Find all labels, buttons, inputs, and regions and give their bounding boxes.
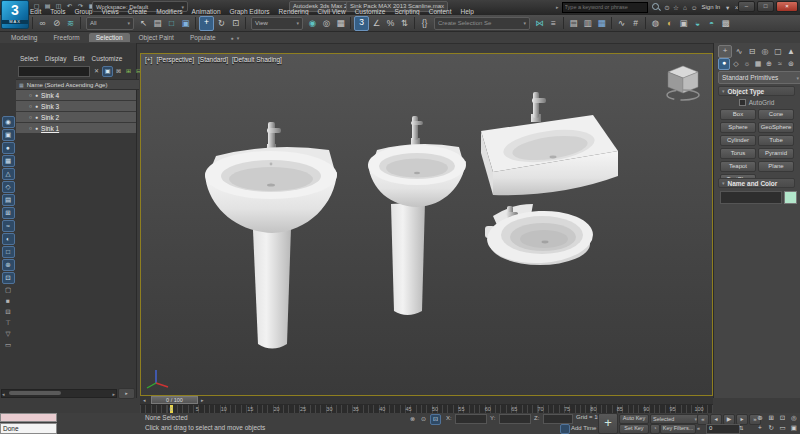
named-selection-set-field[interactable]: Create Selection Se ▾ [434,17,530,30]
display-groups-icon[interactable]: ⊞ [2,207,15,219]
primitive-button[interactable]: Tube [758,135,794,146]
explorer-column-header[interactable]: ▦ Name (Sorted Ascending Age) [16,79,139,90]
category-shapes-icon[interactable]: ◇ [731,59,741,69]
sort-icon[interactable]: ⊤ [3,318,14,328]
lock-icon[interactable]: ⊠ [114,67,123,76]
zoom-icon[interactable]: ⊕ [755,413,765,422]
spool-arrows[interactable]: « [697,425,700,431]
toggle-scene-explorer-icon[interactable]: ▤ [567,17,580,30]
viewcube[interactable] [660,58,706,104]
primitive-category-dropdown[interactable]: Standard Primitives ▾ [718,71,800,84]
menu-item[interactable]: Modifiers [156,8,182,15]
maximize-button[interactable]: □ [757,1,774,12]
ribbon-tab[interactable]: Object Paint [132,33,181,42]
coord-z-field[interactable] [543,414,573,424]
eye-icon[interactable]: ○ [29,103,32,109]
separator[interactable] [195,17,196,29]
separator[interactable] [414,17,415,29]
primitive-button[interactable]: Pyramid [758,148,794,159]
separator[interactable] [611,17,612,29]
primitive-button[interactable]: GeoSphere [758,122,794,133]
ribbon-tab[interactable]: Selection [89,33,130,42]
key-filters-button[interactable]: Key Filters... [660,424,696,434]
category-space-warps-icon[interactable]: ≈ [775,59,785,69]
display-containers-icon[interactable]: □ [2,246,15,258]
curve-editor-icon[interactable]: ∿ [615,17,628,30]
select-by-name-icon[interactable]: ▤ [151,17,164,30]
menu-item[interactable]: Content [429,8,452,15]
category-systems-icon[interactable]: ⊛ [786,59,796,69]
percent-snap-icon[interactable]: % [384,17,397,30]
menu-item[interactable]: Animation [192,8,221,15]
auto-key-button[interactable]: Auto Key [619,414,649,424]
time-slider-track[interactable]: ◂ 0 / 100 ▸ [140,396,713,405]
use-pivot-point-icon[interactable]: ◉ [306,17,319,30]
eye-icon[interactable]: ○ [29,125,32,131]
primitive-button[interactable]: Box [720,109,756,120]
search-icon[interactable] [651,3,660,12]
display-cameras-icon[interactable]: △ [2,168,15,180]
display-lights-icon[interactable]: ▦ [2,155,15,167]
display-geometry-icon[interactable]: ▣ [2,129,15,141]
clear-search-icon[interactable]: ✕ [92,67,101,76]
isolate-selection-icon[interactable]: ⊗ [408,415,417,424]
display-space-warps-icon[interactable]: ▤ [2,194,15,206]
explorer-h-scrollbar[interactable]: ◂ ▸ [1,389,117,398]
select-and-manipulate-icon[interactable]: ◎ [320,17,333,30]
edit-named-selection-sets-icon[interactable]: {} [418,17,431,30]
category-geometry-icon[interactable]: ● [718,58,730,70]
separator[interactable] [350,17,351,29]
window-crossing-icon[interactable]: ▣ [179,17,192,30]
align-icon[interactable]: ≡ [547,17,560,30]
category-lights-icon[interactable]: ☼ [742,59,752,69]
selection-set-key-dropdown[interactable]: Selected ▾ [650,414,700,424]
close-button[interactable]: × [776,1,798,12]
zoom-extents-all-icon[interactable]: ◎ [789,413,799,422]
select-none-icon[interactable]: ▢ [3,285,14,295]
reference-coordinate-dropdown[interactable]: View ▾ [251,17,303,30]
ribbon-toggle-icon[interactable]: ▦ [595,17,608,30]
selection-filter-dropdown[interactable]: All ▾ [86,17,134,30]
display-all-icon[interactable]: ◉ [2,116,15,128]
search-scope-icon[interactable]: ⊙ [663,3,672,12]
scroll-left-icon[interactable]: ◂ [2,391,5,397]
object-row[interactable]: ○ ● Sink 1 [16,123,136,133]
slider-left-arrow[interactable]: ◂ [143,397,146,403]
display-objects-icon[interactable]: ⊡ [2,272,15,284]
communication-center-icon[interactable]: ⌂ [681,3,690,12]
display-bones-icon[interactable]: ◐ [2,233,15,245]
object-color-swatch[interactable] [784,191,797,204]
autogrid-checkbox[interactable] [739,99,746,106]
render-setup-icon[interactable]: ◐ [663,17,676,30]
select-and-scale-icon[interactable]: ⊡ [229,17,242,30]
object-row[interactable]: ○ ● Sink 3 [16,101,136,111]
maxscript-listener-input[interactable] [0,413,57,422]
toggle-layer-explorer-icon[interactable]: ▥ [581,17,594,30]
signin-caret-icon[interactable]: ▾ [723,3,732,12]
ribbon-minimize-icon[interactable]: ▾ [237,35,240,41]
explorer-corner-button[interactable]: ▸ [118,388,135,399]
explorer-menu-item[interactable]: Edit [73,55,84,62]
expand-all-icon[interactable]: ⊞ [124,67,133,76]
menu-item[interactable]: Views [101,8,118,15]
primitive-button[interactable]: Cone [758,109,794,120]
maxscript-listener-output[interactable]: Done [0,423,57,434]
maximize-viewport-icon[interactable]: ▣ [789,423,799,432]
add-edit-button[interactable]: + [598,413,618,434]
display-helpers-icon[interactable]: ◇ [2,181,15,193]
rendered-frame-window-icon[interactable]: ▣ [677,17,690,30]
select-and-move-icon[interactable]: + [199,16,214,31]
search-collapse-icon[interactable]: ▸ [556,4,559,10]
zoom-extents-icon[interactable]: ⊡ [778,413,788,422]
explorer-menu-item[interactable]: Select [20,55,38,62]
current-frame-field[interactable]: 0 [706,424,740,434]
app-logo[interactable]: 3 MAX [1,0,29,29]
menu-item[interactable]: Create [128,8,148,15]
field-of-view-icon[interactable]: ▭ [778,423,788,432]
select-and-link-icon[interactable]: ∞ [36,17,49,30]
search-input[interactable] [563,3,647,12]
snaps-toggle-icon[interactable]: 3 [354,16,369,31]
material-editor-icon[interactable]: ◍ [649,17,662,30]
primitive-button[interactable]: Plane [758,161,794,172]
absolute-mode-icon[interactable]: ⊡ [430,414,441,425]
